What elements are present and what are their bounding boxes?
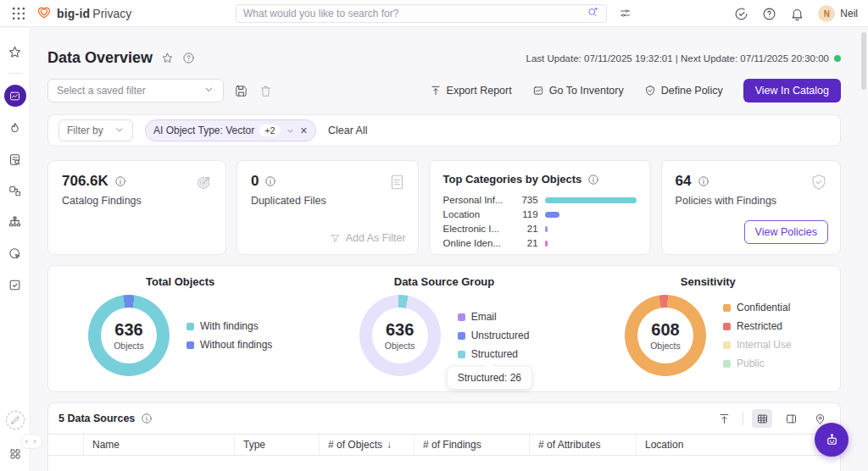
ai-search-icon[interactable] — [587, 6, 599, 22]
table-header-row: Name Type # of Objects ↓ # of Findings #… — [48, 434, 840, 456]
data-source-group-donut[interactable]: 636 Objects — [359, 295, 441, 376]
info-icon[interactable] — [698, 175, 709, 187]
column-objects[interactable]: # of Objects ↓ — [320, 435, 415, 455]
table-export-icon[interactable] — [714, 409, 734, 428]
nav-inventory-tree-icon[interactable] — [5, 212, 25, 232]
search-input[interactable] — [243, 8, 587, 19]
legend-item[interactable]: Restricted — [723, 320, 792, 332]
nav-risk-flame-icon[interactable] — [5, 118, 25, 138]
duplicated-files-label: Duplicated Files — [251, 195, 404, 207]
category-row[interactable]: Electronic I... 21 — [443, 224, 637, 234]
filter-bar: Filter by AI Object Type: Vector +2 ✕ Cl… — [47, 114, 841, 147]
info-icon[interactable] — [264, 175, 276, 187]
total-objects-donut[interactable]: 636 Objects — [88, 295, 170, 376]
select-all-column[interactable] — [48, 435, 84, 455]
go-to-inventory-button[interactable]: Go To Inventory — [532, 85, 624, 97]
structured-tooltip: Structured: 26 — [448, 367, 531, 389]
legend-item[interactable]: Email — [458, 311, 530, 323]
category-row[interactable]: Online Iden... 21 — [443, 238, 637, 248]
column-name[interactable]: Name — [84, 435, 235, 455]
notifications-bell-icon[interactable] — [790, 7, 804, 21]
sensitivity-donut[interactable]: 608 Objects — [625, 295, 706, 376]
legend-item[interactable]: Without findings — [186, 339, 272, 351]
sort-desc-icon[interactable]: ↓ — [387, 439, 392, 451]
filter-by-dropdown[interactable]: Filter by — [58, 119, 133, 141]
define-policy-button[interactable]: Define Policy — [644, 85, 723, 97]
info-icon[interactable] — [114, 175, 126, 187]
legend-item[interactable]: Unstructured — [458, 330, 530, 341]
duplicated-files-value: 0 — [251, 173, 259, 190]
filter-chip-ai-object-type[interactable]: AI Object Type: Vector +2 ✕ — [145, 119, 316, 141]
nav-data-scope-icon[interactable] — [5, 243, 25, 263]
sidebar-divider — [8, 73, 22, 74]
export-report-button[interactable]: Export Report — [430, 85, 512, 97]
column-findings[interactable]: # of Findings — [415, 435, 530, 455]
catalog-findings-value: 706.6K — [62, 173, 108, 190]
category-row[interactable]: Personal Inf... 735 — [443, 195, 637, 205]
favorite-star-icon[interactable] — [161, 52, 174, 64]
table-row[interactable] — [48, 456, 840, 471]
user-menu[interactable]: N Neil — [818, 5, 858, 22]
vertical-scrollbar[interactable] — [861, 32, 866, 90]
chip-remove-icon[interactable]: ✕ — [300, 125, 308, 136]
legend-item[interactable]: Internal Use — [723, 339, 792, 351]
info-icon[interactable] — [587, 174, 599, 186]
column-location[interactable]: Location — [637, 435, 840, 455]
grid-view-icon[interactable] — [752, 409, 772, 428]
nav-tasks-check-icon[interactable] — [5, 274, 25, 295]
legend-item[interactable]: Public — [723, 357, 792, 369]
policies-value: 64 — [676, 173, 692, 190]
sensitivity-legend: Confidential Restricted Internal Use Pub… — [723, 302, 792, 369]
chip-count-badge: +2 — [259, 125, 281, 136]
nav-dashboard-icon[interactable] — [4, 85, 26, 107]
total-objects-legend: With findings Without findings — [186, 320, 272, 351]
view-in-catalog-button[interactable]: View In Catalog — [743, 79, 841, 103]
edit-dashboard-pencil-icon[interactable] — [6, 411, 25, 429]
legend-item[interactable]: Confidential — [723, 302, 792, 313]
catalog-findings-card: 706.6K Catalog Findings — [47, 160, 226, 255]
nav-catalog-search-icon[interactable] — [5, 149, 25, 169]
duplicate-document-icon — [387, 173, 406, 195]
shield-check-icon — [810, 173, 828, 195]
split-view-icon[interactable] — [781, 409, 801, 428]
chip-chevron-icon[interactable] — [286, 126, 295, 136]
saved-filter-select[interactable]: Select a saved filter — [47, 79, 224, 103]
add-as-filter-button[interactable]: Add As Filter — [330, 232, 406, 244]
legend-item[interactable]: With findings — [186, 320, 272, 332]
save-filter-icon[interactable] — [234, 84, 248, 98]
help-icon[interactable] — [762, 7, 776, 21]
column-type[interactable]: Type — [235, 435, 320, 455]
info-icon[interactable] — [141, 413, 153, 424]
assistant-chatbot-fab[interactable] — [815, 423, 849, 457]
update-status: Last Update: 07/11/2025 19:32:01 | Next … — [526, 53, 841, 64]
view-policies-button[interactable]: View Policies — [744, 220, 828, 244]
category-row[interactable]: Location 119 — [443, 209, 637, 219]
charts-panel: Total Objects 636 Objects With findings — [47, 265, 841, 392]
page-title: Data Overview — [47, 49, 153, 67]
status-check-icon[interactable] — [734, 7, 748, 21]
clear-all-filters-button[interactable]: Clear All — [328, 125, 368, 136]
nav-classification-icon[interactable] — [5, 180, 25, 201]
policies-card: 64 Policies with Findings View Policies — [661, 160, 841, 255]
global-search[interactable] — [236, 4, 607, 23]
brand-logo[interactable]: big-idPrivacy — [36, 3, 131, 24]
data-sources-count: 5 Data Sources — [58, 413, 135, 424]
data-source-group-chart: Data Source Group 636 Objects Email U — [312, 266, 576, 391]
search-filters-icon[interactable] — [619, 7, 632, 23]
column-attributes[interactable]: # of Attributes — [530, 435, 637, 455]
brand-text: big-idPrivacy — [57, 6, 131, 21]
nav-favorites-star-icon[interactable] — [5, 42, 25, 62]
legend-item[interactable]: Structured — [458, 348, 530, 360]
sidebar-collapse-toggle[interactable]: ‹ › — [20, 434, 42, 449]
data-sources-table-card: 5 Data Sources — [47, 402, 841, 471]
target-icon — [195, 173, 214, 195]
total-objects-chart: Total Objects 636 Objects With findings — [48, 266, 312, 391]
category-bar — [545, 197, 637, 203]
left-nav-sidebar — [0, 28, 31, 471]
category-bar — [545, 226, 548, 232]
tools-divider — [743, 412, 743, 425]
app-launcher-icon[interactable] — [10, 5, 27, 22]
delete-filter-trash-icon[interactable] — [259, 84, 273, 98]
duplicated-files-card: 0 Duplicated Files Add As Filter — [236, 160, 419, 255]
page-help-icon[interactable] — [182, 52, 195, 64]
